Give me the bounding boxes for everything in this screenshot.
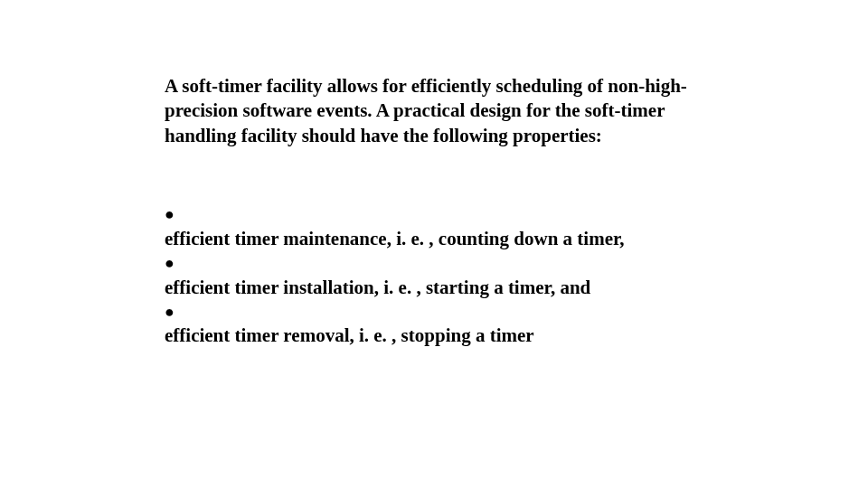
list-item: efficient timer installation, i. e. , st…: [165, 275, 725, 301]
list-item: efficient timer removal, i. e. , stoppin…: [165, 323, 725, 349]
list-item: efficient timer maintenance, i. e. , cou…: [165, 226, 725, 252]
bullet-icon: ●: [165, 252, 725, 275]
document-page: A soft-timer facility allows for efficie…: [0, 0, 868, 488]
bullet-icon: ●: [165, 203, 725, 226]
intro-paragraph: A soft-timer facility allows for efficie…: [165, 74, 716, 148]
bullet-icon: ●: [165, 301, 725, 324]
properties-list: ● efficient timer maintenance, i. e. , c…: [165, 203, 725, 349]
